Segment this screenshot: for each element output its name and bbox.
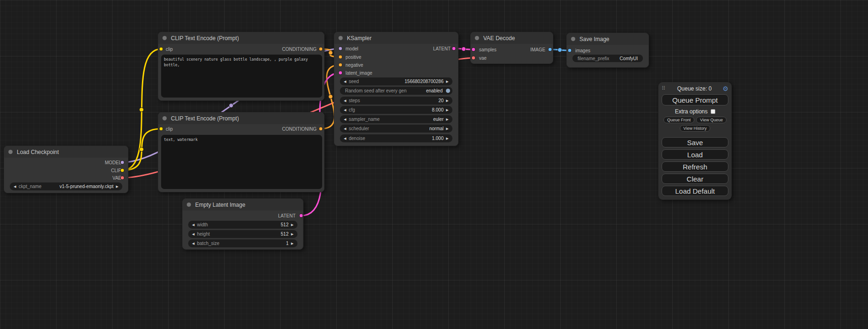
extra-options-label: Extra options [675,108,707,115]
arrow-right-icon[interactable]: ▶ [445,125,450,133]
width-widget[interactable]: ◀ width 512 ▶ [188,221,297,229]
extra-options-checkbox[interactable] [711,109,715,114]
arrow-right-icon[interactable]: ▶ [114,182,120,190]
wire-mid-dot-samples [462,47,466,51]
node-title: CLIP Text Encode (Prompt) [171,115,239,122]
sampler-name-widget[interactable]: ◀ sampler_name euler ▶ [340,115,452,123]
cfg-widget[interactable]: ◀ cfg 8.000 ▶ [340,106,452,114]
wire-mid-dot-clip-negative [140,147,144,152]
toggle-on-dot-icon[interactable] [446,89,450,93]
graph-canvas[interactable]: Load Checkpoint MODEL CLIP VAE ◀ ckpt_na… [0,0,868,329]
arrow-left-icon[interactable]: ◀ [342,115,348,123]
arrow-right-icon[interactable]: ▶ [289,221,295,229]
node-clip-text-encode-positive[interactable]: CLIP Text Encode (Prompt) clip CONDITION… [158,32,325,101]
batch-size-widget[interactable]: ◀ batch_size 1 ▶ [188,239,297,247]
node-title-bar[interactable]: CLIP Text Encode (Prompt) [158,32,324,44]
arrow-right-icon[interactable]: ▶ [445,115,450,123]
node-title: Save Image [579,36,609,42]
denoise-widget[interactable]: ◀ denoise 1.000 ▶ [340,134,452,142]
wire-mid-dot-clip-positive [140,108,144,112]
node-title: KSampler [347,35,372,42]
view-queue-button[interactable]: View Queue [696,117,727,123]
node-title-bar[interactable]: VAE Decode [471,32,553,44]
widget-value: 20 [438,98,444,103]
node-title-bar[interactable]: Empty Latent Image [183,199,303,210]
queue-prompt-button[interactable]: Queue Prompt [662,94,728,105]
arrow-right-icon[interactable]: ▶ [445,134,450,142]
scheduler-widget[interactable]: ◀ scheduler normal ▶ [340,125,452,133]
extra-options-row: Extra options [662,108,728,115]
load-default-button[interactable]: Load Default [662,186,728,196]
output-label-latent: LATENT [278,213,296,219]
prompt-text-area[interactable]: text, watermark [161,135,322,189]
save-button[interactable]: Save [662,137,728,147]
node-clip-text-encode-negative[interactable]: CLIP Text Encode (Prompt) clip CONDITION… [158,112,325,192]
arrow-right-icon[interactable]: ▶ [289,230,295,238]
node-load-checkpoint[interactable]: Load Checkpoint MODEL CLIP VAE ◀ ckpt_na… [4,146,128,193]
view-history-button[interactable]: View History [680,125,711,132]
arrow-left-icon[interactable]: ◀ [342,97,348,105]
node-ksampler[interactable]: KSampler model positive negative latent_… [334,32,459,146]
node-title-bar[interactable]: KSampler [334,32,458,44]
node-title-bar[interactable]: Save Image [567,33,649,45]
collapse-dot-icon[interactable] [8,150,13,154]
filename-prefix-widget[interactable]: filename_prefix ComfyUI [572,55,643,62]
queue-front-button[interactable]: Queue Front [663,117,695,123]
queue-panel-header[interactable]: ⠿ Queue size: 0 ⚙ [662,84,728,92]
input-label-vae: vae [479,55,487,62]
arrow-left-icon[interactable]: ◀ [191,230,196,238]
panel-spacer [662,132,728,135]
widget-value: 512 [281,231,289,237]
arrow-left-icon[interactable]: ◀ [191,221,196,229]
arrow-left-icon[interactable]: ◀ [342,134,348,142]
wire-mid-dot-model [229,104,233,108]
input-label-model: model [346,46,358,52]
input-label-negative: negative [346,62,363,69]
node-title-bar[interactable]: CLIP Text Encode (Prompt) [158,112,324,124]
steps-widget[interactable]: ◀ steps 20 ▶ [340,97,452,105]
output-label-conditioning: CONDITIONING [282,126,317,133]
node-save-image[interactable]: Save Image images filename_prefix ComfyU… [566,33,649,68]
node-title: CLIP Text Encode (Prompt) [171,35,239,42]
collapse-dot-icon[interactable] [475,36,479,40]
widget-label: width [197,222,208,227]
widget-label: sampler_name [349,117,380,122]
height-widget[interactable]: ◀ height 512 ▶ [188,230,297,238]
seed-widget[interactable]: ◀ seed 156680208700286 ▶ [340,77,452,85]
node-title-bar[interactable]: Load Checkpoint [4,146,128,158]
drag-handle-icon[interactable]: ⠿ [662,85,665,91]
output-label-vae: VAE [113,175,121,182]
collapse-dot-icon[interactable] [571,37,575,41]
node-empty-latent-image[interactable]: Empty Latent Image LATENT ◀ width 512 ▶ … [182,198,303,250]
clear-button[interactable]: Clear [662,174,728,184]
arrow-left-icon[interactable]: ◀ [12,182,18,190]
arrow-left-icon[interactable]: ◀ [342,106,348,114]
arrow-right-icon[interactable]: ▶ [445,97,450,105]
widget-value: normal [429,126,444,131]
arrow-right-icon[interactable]: ▶ [445,106,450,114]
wire-mid-dot-cond-positive [329,51,333,55]
widget-label: Random seed after every gen [345,88,407,93]
arrow-left-icon[interactable]: ◀ [191,239,196,247]
ckpt-name-widget[interactable]: ◀ ckpt_name v1-5-pruned-emaonly.ckpt ▶ [10,182,122,190]
arrow-right-icon[interactable]: ▶ [445,77,450,85]
settings-gear-icon[interactable]: ⚙ [722,85,728,92]
widget-value: 1 [286,241,289,246]
node-vae-decode[interactable]: VAE Decode samples vae IMAGE [470,32,553,64]
view-history-row: View History [662,125,728,132]
widget-label: ckpt_name [19,184,42,189]
arrow-left-icon[interactable]: ◀ [342,77,348,85]
collapse-dot-icon[interactable] [187,203,191,207]
output-label-latent: LATENT [433,46,451,52]
collapse-dot-icon[interactable] [162,116,167,120]
prompt-text-area[interactable]: beautiful scenery nature glass bottle la… [161,55,322,98]
widget-label: scheduler [349,126,369,131]
arrow-right-icon[interactable]: ▶ [289,239,295,247]
collapse-dot-icon[interactable] [339,36,343,40]
collapse-dot-icon[interactable] [162,36,167,40]
refresh-button[interactable]: Refresh [662,161,728,172]
random-seed-toggle-widget[interactable]: Random seed after every gen enabled [340,87,452,95]
arrow-left-icon[interactable]: ◀ [342,125,348,133]
widget-value: 156680208700286 [405,79,444,84]
load-button[interactable]: Load [662,149,728,160]
